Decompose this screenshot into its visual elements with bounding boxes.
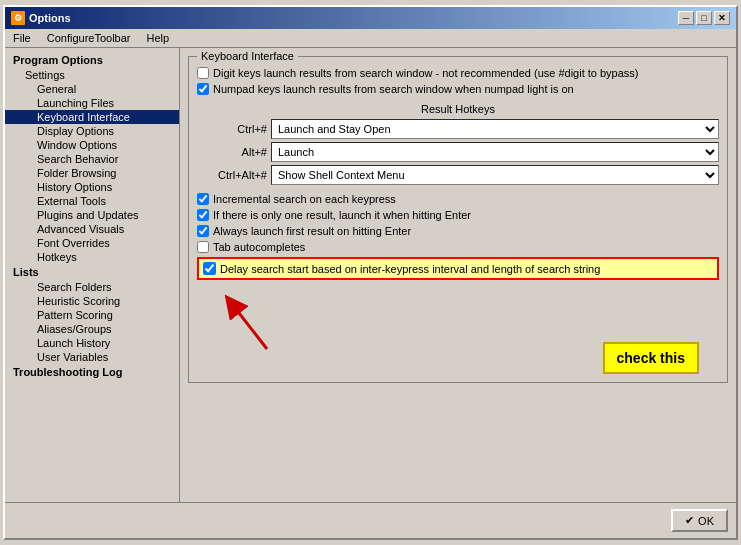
sidebar-item-search-folders[interactable]: Search Folders	[5, 280, 179, 294]
title-bar-left: ⚙ Options	[11, 11, 71, 25]
hotkey-ctrl-label: Ctrl+#	[197, 123, 267, 135]
hotkeys-section: Result Hotkeys Ctrl+# Launch and Stay Op…	[197, 103, 719, 185]
hotkey-ctrl-select[interactable]: Launch and Stay Open Launch Show Shell C…	[271, 119, 719, 139]
hotkey-row-alt: Alt+# Launch Launch and Stay Open Show S…	[197, 142, 719, 162]
sidebar-item-advanced-visuals[interactable]: Advanced Visuals	[5, 222, 179, 236]
checkbox-incremental: Incremental search on each keypress	[197, 193, 719, 205]
sidebar-item-launching-files[interactable]: Launching Files	[5, 96, 179, 110]
checkbox-one-result-input[interactable]	[197, 209, 209, 221]
callout-label: check this	[603, 342, 699, 374]
window-title: Options	[29, 12, 71, 24]
hotkey-ctrlalt-select[interactable]: Show Shell Context Menu Launch Launch an…	[271, 165, 719, 185]
sidebar-item-external-tools[interactable]: External Tools	[5, 194, 179, 208]
sidebar-item-plugins-updates[interactable]: Plugins and Updates	[5, 208, 179, 222]
title-bar: ⚙ Options ─ □ ✕	[5, 7, 736, 29]
hotkey-row-ctrlalt: Ctrl+Alt+# Show Shell Context Menu Launc…	[197, 165, 719, 185]
checkbox-tab-autocomplete-label: Tab autocompletes	[213, 241, 305, 253]
highlighted-delay-row: Delay search start based on inter-keypre…	[197, 257, 719, 280]
sidebar-item-launch-history[interactable]: Launch History	[5, 336, 179, 350]
checkbox-one-result-label: If there is only one result, launch it w…	[213, 209, 471, 221]
group-title: Keyboard Interface	[197, 50, 298, 62]
bottom-bar: ✔ OK	[5, 502, 736, 538]
sidebar-item-heuristic-scoring[interactable]: Heuristic Scoring	[5, 294, 179, 308]
checkbox-delay-search-input[interactable]	[203, 262, 216, 275]
hotkey-alt-select[interactable]: Launch Launch and Stay Open Show Shell C…	[271, 142, 719, 162]
ok-label: OK	[698, 515, 714, 527]
menu-help[interactable]: Help	[143, 31, 174, 45]
menubar: File ConfigureToolbar Help	[5, 29, 736, 48]
options-window: ⚙ Options ─ □ ✕ File ConfigureToolbar He…	[3, 5, 738, 540]
sidebar-item-folder-browsing[interactable]: Folder Browsing	[5, 166, 179, 180]
menu-configuretoolbar[interactable]: ConfigureToolbar	[43, 31, 135, 45]
sidebar-item-aliases-groups[interactable]: Aliases/Groups	[5, 322, 179, 336]
checkbox-always-launch: Always launch first result on hitting En…	[197, 225, 719, 237]
sidebar-item-font-overrides[interactable]: Font Overrides	[5, 236, 179, 250]
checkbox-delay-search-label: Delay search start based on inter-keypre…	[220, 263, 600, 275]
checkbox-tab-autocomplete: Tab autocompletes	[197, 241, 719, 253]
menu-file[interactable]: File	[9, 31, 35, 45]
checkbox-tab-autocomplete-input[interactable]	[197, 241, 209, 253]
annotation-arrow-svg	[207, 284, 327, 354]
sidebar-item-troubleshooting-log[interactable]: Troubleshooting Log	[5, 364, 179, 380]
sidebar-item-keyboard-interface[interactable]: Keyboard Interface	[5, 110, 179, 124]
sidebar-item-search-behavior[interactable]: Search Behavior	[5, 152, 179, 166]
sidebar-item-pattern-scoring[interactable]: Pattern Scoring	[5, 308, 179, 322]
hotkey-row-ctrl: Ctrl+# Launch and Stay Open Launch Show …	[197, 119, 719, 139]
content-area: Program Options Settings General Launchi…	[5, 48, 736, 502]
checkbox-always-launch-label: Always launch first result on hitting En…	[213, 225, 411, 237]
window-icon: ⚙	[11, 11, 25, 25]
sidebar-item-user-variables[interactable]: User Variables	[5, 350, 179, 364]
maximize-button[interactable]: □	[696, 11, 712, 25]
ok-checkmark-icon: ✔	[685, 514, 694, 527]
sidebar: Program Options Settings General Launchi…	[5, 48, 180, 502]
hotkey-ctrlalt-label: Ctrl+Alt+#	[197, 169, 267, 181]
hotkeys-title: Result Hotkeys	[197, 103, 719, 115]
close-button[interactable]: ✕	[714, 11, 730, 25]
sidebar-item-lists[interactable]: Lists	[5, 264, 179, 280]
hotkey-alt-label: Alt+#	[197, 146, 267, 158]
main-panel: Keyboard Interface Digit keys launch res…	[180, 48, 736, 502]
minimize-button[interactable]: ─	[678, 11, 694, 25]
checkbox-incremental-label: Incremental search on each keypress	[213, 193, 396, 205]
sidebar-item-general[interactable]: General	[5, 82, 179, 96]
checkbox-digit-keys: Digit keys launch results from search wi…	[197, 67, 719, 79]
sidebar-item-settings[interactable]: Settings	[5, 68, 179, 82]
title-controls: ─ □ ✕	[678, 11, 730, 25]
checkbox-numpad-keys-input[interactable]	[197, 83, 209, 95]
sidebar-item-history-options[interactable]: History Options	[5, 180, 179, 194]
checkbox-digit-keys-label: Digit keys launch results from search wi…	[213, 67, 639, 79]
checkbox-digit-keys-input[interactable]	[197, 67, 209, 79]
keyboard-interface-group: Keyboard Interface Digit keys launch res…	[188, 56, 728, 383]
ok-button[interactable]: ✔ OK	[671, 509, 728, 532]
sidebar-item-display-options[interactable]: Display Options	[5, 124, 179, 138]
checkbox-always-launch-input[interactable]	[197, 225, 209, 237]
sidebar-item-hotkeys[interactable]: Hotkeys	[5, 250, 179, 264]
checkbox-incremental-input[interactable]	[197, 193, 209, 205]
checkbox-numpad-keys-label: Numpad keys launch results from search w…	[213, 83, 574, 95]
sidebar-item-program-options[interactable]: Program Options	[5, 52, 179, 68]
checkbox-numpad-keys: Numpad keys launch results from search w…	[197, 83, 719, 95]
checkbox-one-result: If there is only one result, launch it w…	[197, 209, 719, 221]
sidebar-item-window-options[interactable]: Window Options	[5, 138, 179, 152]
annotation-area: check this	[197, 284, 719, 374]
